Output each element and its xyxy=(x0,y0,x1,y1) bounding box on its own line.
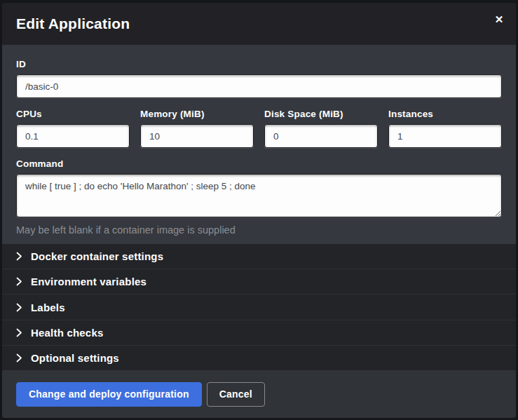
id-input[interactable] xyxy=(16,74,502,98)
modal-footer: Change and deploy configuration Cancel xyxy=(2,370,516,418)
section-optional-settings[interactable]: Optional settings xyxy=(2,345,516,370)
section-docker-container-settings[interactable]: Docker container settings xyxy=(2,244,516,269)
memory-input[interactable] xyxy=(140,124,254,148)
id-field-group: ID xyxy=(16,59,502,98)
disk-label: Disk Space (MiB) xyxy=(264,109,378,119)
accordion-sections: Docker container settings Environment va… xyxy=(2,244,516,370)
close-icon[interactable]: ✕ xyxy=(492,13,506,27)
chevron-right-icon xyxy=(16,353,22,363)
modal-header: Edit Application ✕ xyxy=(2,3,516,45)
cancel-button[interactable]: Cancel xyxy=(207,382,265,407)
disk-field-group: Disk Space (MiB) xyxy=(264,109,378,148)
page-title: Edit Application xyxy=(16,15,130,32)
instances-input[interactable] xyxy=(388,124,502,148)
chevron-right-icon xyxy=(16,252,22,261)
section-environment-variables[interactable]: Environment variables xyxy=(2,269,516,294)
resources-row: CPUs Memory (MiB) Disk Space (MiB) Insta… xyxy=(16,109,502,148)
section-label: Labels xyxy=(31,302,65,313)
application-form: ID CPUs Memory (MiB) Disk Space (MiB) In… xyxy=(2,45,516,244)
section-label: Health checks xyxy=(31,327,103,339)
command-help-text: May be left blank if a container image i… xyxy=(16,224,502,236)
memory-label: Memory (MiB) xyxy=(140,109,254,119)
command-field-group: Command while [ true ] ; do echo 'Hello … xyxy=(16,158,502,236)
cpus-label: CPUs xyxy=(16,109,130,119)
disk-input[interactable] xyxy=(264,124,378,148)
cpus-field-group: CPUs xyxy=(16,109,130,148)
section-labels[interactable]: Labels xyxy=(2,294,516,319)
change-and-deploy-button[interactable]: Change and deploy configuration xyxy=(16,382,202,407)
edit-application-modal: Edit Application ✕ ID CPUs Memory (MiB) … xyxy=(2,3,516,418)
id-label: ID xyxy=(16,59,502,69)
cpus-input[interactable] xyxy=(16,124,130,148)
section-label: Docker container settings xyxy=(31,250,163,262)
chevron-right-icon xyxy=(16,328,22,337)
chevron-right-icon xyxy=(16,277,22,286)
command-textarea[interactable]: while [ true ] ; do echo 'Hello Marathon… xyxy=(16,174,502,217)
chevron-right-icon xyxy=(16,303,22,312)
instances-label: Instances xyxy=(388,109,502,119)
instances-field-group: Instances xyxy=(388,109,502,148)
section-label: Environment variables xyxy=(31,276,146,287)
memory-field-group: Memory (MiB) xyxy=(140,109,254,148)
section-label: Optional settings xyxy=(31,352,119,364)
section-health-checks[interactable]: Health checks xyxy=(2,320,516,345)
command-label: Command xyxy=(16,158,502,169)
